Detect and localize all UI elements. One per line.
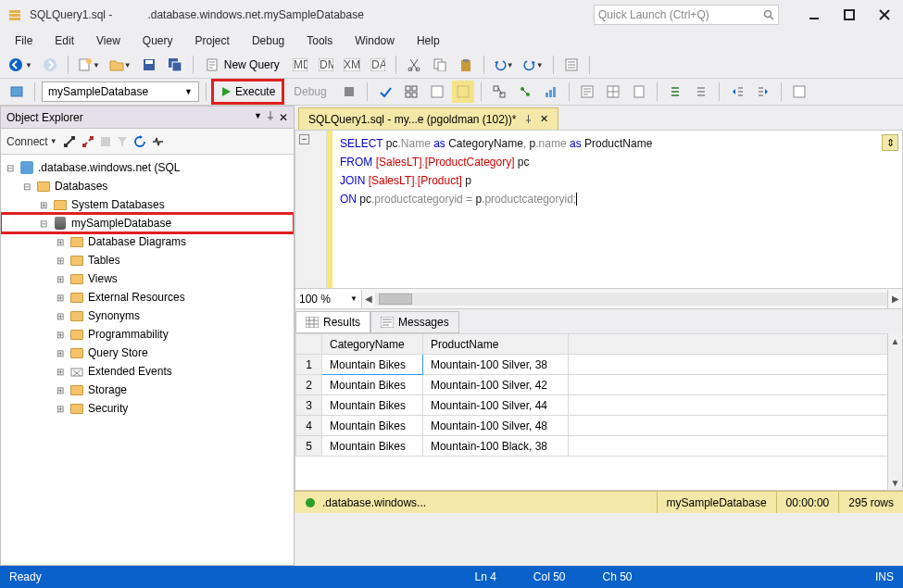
paste-button[interactable] [455, 54, 477, 76]
minimize-button[interactable] [803, 4, 825, 26]
split-view-button[interactable]: ⇕ [882, 134, 898, 151]
refresh-icon[interactable] [133, 135, 146, 148]
comment-button[interactable] [664, 81, 686, 103]
tree-programmability[interactable]: ⊞Programmability [1, 325, 294, 344]
maximize-button[interactable] [838, 4, 860, 26]
tree-sample-database[interactable]: ⊟mySampleDatabase [1, 214, 294, 232]
menu-tools[interactable]: Tools [297, 31, 342, 50]
results-text-button[interactable] [576, 81, 598, 103]
increase-indent-button[interactable] [752, 81, 774, 103]
specify-values-button[interactable] [788, 81, 810, 103]
pin-icon[interactable] [524, 115, 533, 123]
debug-button[interactable]: Debug [286, 81, 333, 103]
save-button[interactable] [138, 54, 160, 76]
dropdown-icon[interactable]: ▼ [254, 111, 262, 124]
dmx-button[interactable]: DMX [315, 54, 337, 76]
nav-back-button[interactable]: ▼ [6, 54, 35, 76]
scroll-up-icon[interactable]: ▲ [888, 333, 902, 348]
new-item-button[interactable]: ▼ [75, 54, 103, 76]
table-row[interactable]: 2Mountain BikesMountain-100 Silver, 42 [296, 375, 902, 395]
object-explorer-tree[interactable]: ⊟.database.windows.net (SQL ⊟Databases ⊞… [1, 155, 294, 565]
new-query-button[interactable]: New Query [200, 54, 285, 76]
menu-window[interactable]: Window [345, 31, 404, 50]
connect-button[interactable]: Connect▼ [6, 135, 57, 148]
pin-icon[interactable] [266, 111, 275, 124]
intellisense-button[interactable] [452, 81, 474, 103]
close-panel-icon[interactable]: ✕ [279, 111, 288, 124]
table-row[interactable]: 3Mountain BikesMountain-100 Silver, 44 [296, 395, 902, 416]
scroll-left-icon[interactable]: ◀ [362, 294, 375, 304]
query-options-button[interactable] [426, 81, 448, 103]
tree-synonyms[interactable]: ⊞Synonyms [1, 307, 294, 325]
horizontal-scrollbar[interactable] [375, 293, 887, 306]
menu-file[interactable]: File [6, 31, 42, 50]
cancel-query-button[interactable] [338, 81, 360, 103]
undo-button[interactable]: ▼ [491, 54, 517, 76]
stop-icon[interactable] [100, 136, 111, 147]
collapse-region-icon[interactable]: − [299, 134, 309, 144]
col-header-product[interactable]: ProductName [422, 334, 568, 355]
execute-button[interactable]: Execute [213, 81, 282, 103]
close-tab-icon[interactable]: ✕ [540, 113, 548, 125]
uncomment-button[interactable] [690, 81, 712, 103]
scroll-right-icon[interactable]: ▶ [887, 290, 902, 308]
tree-security[interactable]: ⊞Security [1, 399, 294, 418]
filter-icon[interactable] [117, 136, 128, 147]
scroll-down-icon[interactable]: ▼ [888, 475, 902, 490]
tree-views[interactable]: ⊞Views [1, 269, 294, 288]
tree-tables[interactable]: ⊞Tables [1, 251, 294, 269]
menu-help[interactable]: Help [408, 31, 449, 50]
display-plan-button[interactable] [400, 81, 422, 103]
results-grid-button[interactable] [602, 81, 624, 103]
quick-launch-input[interactable]: Quick Launch (Ctrl+Q) [594, 5, 779, 25]
zoom-combo[interactable]: 100 %▼ [295, 290, 362, 308]
menu-view[interactable]: View [87, 31, 130, 50]
save-all-button[interactable] [164, 54, 186, 76]
menu-project[interactable]: Project [186, 31, 239, 50]
disconnect-icon[interactable] [82, 135, 94, 148]
table-row[interactable]: 1Mountain BikesMountain-100 Silver, 38 [296, 355, 902, 375]
xmla-button[interactable]: XMLA [341, 54, 363, 76]
live-stats-button[interactable] [514, 81, 536, 103]
activity-icon[interactable] [152, 135, 165, 148]
rownum-header[interactable] [296, 334, 322, 355]
sql-code-text[interactable]: SELECT pc.Name as CategoryName, p.name a… [332, 131, 902, 288]
close-button[interactable] [873, 4, 896, 26]
tree-db-diagrams[interactable]: ⊞Database Diagrams [1, 232, 294, 251]
table-row[interactable]: 4Mountain BikesMountain-100 Silver, 48 [296, 416, 902, 436]
change-connection-button[interactable] [6, 81, 28, 103]
menu-edit[interactable]: Edit [45, 31, 83, 50]
client-stats-button[interactable] [540, 81, 562, 103]
table-row[interactable]: 5Mountain BikesMountain-100 Black, 38 [296, 436, 902, 457]
mdx-button[interactable]: MDX [289, 54, 311, 76]
nav-forward-button[interactable] [39, 54, 61, 76]
decrease-indent-button[interactable] [726, 81, 748, 103]
cut-button[interactable] [403, 54, 425, 76]
tree-server-node[interactable]: ⊟.database.windows.net (SQL [1, 158, 294, 177]
copy-button[interactable] [429, 54, 451, 76]
redo-button[interactable]: ▼ [520, 54, 546, 76]
results-tab[interactable]: Results [295, 311, 370, 333]
menu-debug[interactable]: Debug [243, 31, 294, 50]
properties-button[interactable] [560, 54, 583, 76]
tree-storage[interactable]: ⊞Storage [1, 381, 294, 399]
messages-tab[interactable]: Messages [370, 311, 459, 333]
document-tab-active[interactable]: SQLQuery1.sql - my...e (pgoldman (102))*… [298, 107, 558, 130]
include-plan-button[interactable] [488, 81, 510, 103]
results-vertical-scrollbar[interactable]: ▲ ▼ [887, 333, 902, 490]
sql-editor[interactable]: − SELECT pc.Name as CategoryName, p.name… [295, 130, 903, 289]
database-combo[interactable]: mySampleDatabase ▼ [42, 81, 199, 102]
results-file-button[interactable] [628, 81, 650, 103]
parse-button[interactable] [374, 81, 396, 103]
tree-databases-node[interactable]: ⊟Databases [1, 177, 294, 195]
col-header-category[interactable]: CategoryName [322, 334, 423, 355]
menu-query[interactable]: Query [133, 31, 182, 50]
tree-query-store[interactable]: ⊞Query Store [1, 344, 294, 362]
tree-extended-events[interactable]: ⊞Extended Events [1, 362, 294, 381]
dax-button[interactable]: DAX [367, 54, 389, 76]
tree-external-resources[interactable]: ⊞External Resources [1, 288, 294, 307]
connect-icon[interactable] [63, 135, 76, 148]
tree-system-databases[interactable]: ⊞System Databases [1, 195, 294, 214]
open-button[interactable]: ▼ [107, 54, 134, 76]
results-grid[interactable]: CategoryName ProductName 1Mountain Bikes… [295, 333, 903, 491]
